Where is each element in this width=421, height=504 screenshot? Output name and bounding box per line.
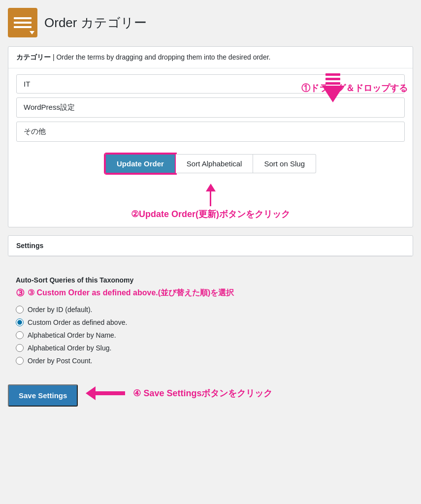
settings-card: Settings [8, 235, 413, 256]
radio-post-count[interactable] [16, 357, 24, 365]
category-list: ①ドラッグ＆ドロップする IT WordPress設定 その他 [8, 68, 413, 148]
save-arrow [86, 386, 125, 400]
radio-item-post-count[interactable]: Order by Post Count. [16, 357, 405, 365]
category-label: カテゴリー [16, 53, 51, 61]
sort-slug-button[interactable]: Sort on Slug [253, 154, 316, 173]
bottom-row: Save Settings ④ Save Settingsボタンをクリック [8, 379, 413, 407]
category-item[interactable]: WordPress設定 [16, 97, 405, 118]
radio-alpha-name[interactable] [16, 331, 24, 339]
radio-order-by-id[interactable] [16, 306, 24, 314]
update-order-button[interactable]: Update Order [105, 154, 176, 174]
step2-annotation: ②Update Order(更新)ボタンをクリック [8, 184, 413, 220]
page-header: Order カテゴリー [8, 8, 413, 37]
taxonomy-label: Auto-Sort Queries of this Taxonomy [16, 276, 405, 284]
plugin-icon [8, 8, 37, 37]
category-desc: Order the terms by dragging and dropping… [56, 53, 270, 61]
radio-group: Order by ID (default). Custom Order as d… [16, 306, 405, 365]
annotation2-text: ②Update Order(更新)ボタンをクリック [131, 208, 290, 220]
drag-annotation-text: ①ドラッグ＆ドロップする [301, 82, 408, 94]
buttons-row: Update Order Sort Alphabetical Sort on S… [8, 148, 413, 184]
radio-item-custom[interactable]: Custom Order as defined above. [16, 318, 405, 326]
radio-item-alpha-name[interactable]: Alphabetical Order by Name. [16, 331, 405, 339]
page-title: Order カテゴリー [44, 14, 147, 32]
settings-header: Settings [8, 236, 413, 256]
annotation3: ③ ③ Custom Order as defined above.(並び替えた… [16, 287, 405, 299]
radio-custom-order[interactable] [16, 318, 24, 326]
radio-alpha-slug[interactable] [16, 344, 24, 352]
category-item[interactable]: その他 [16, 122, 405, 142]
save-settings-button[interactable]: Save Settings [8, 384, 78, 407]
annotation4-text: ④ Save Settingsボタンをクリック [133, 387, 272, 399]
category-card-header: カテゴリー | Order the terms by dragging and … [8, 47, 413, 68]
category-card: カテゴリー | Order the terms by dragging and … [8, 46, 413, 227]
settings-body: Auto-Sort Queries of this Taxonomy ③ ③ C… [8, 266, 413, 375]
radio-item-alpha-slug[interactable]: Alphabetical Order by Slug. [16, 344, 405, 352]
sort-alpha-button[interactable]: Sort Alphabetical [176, 154, 254, 173]
radio-item-id[interactable]: Order by ID (default). [16, 306, 405, 314]
